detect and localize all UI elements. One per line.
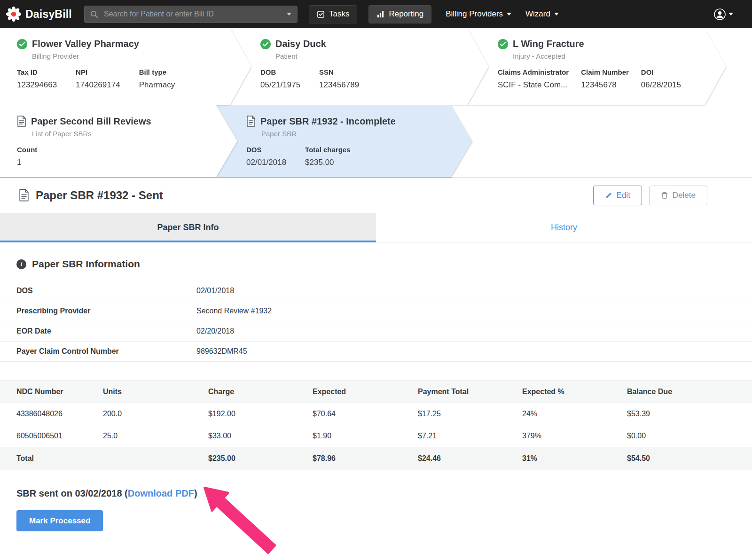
table-cell: $1.90 xyxy=(313,425,418,447)
info-field-row: EOR Date 02/20/2018 xyxy=(0,321,752,342)
table-cell: 379% xyxy=(522,425,627,447)
section-heading-text: Paper SBR Information xyxy=(32,258,140,270)
info-field-value: 02/20/2018 xyxy=(196,327,234,335)
info-field-value: 02/01/2018 xyxy=(196,287,234,295)
download-pdf-link[interactable]: Download PDF xyxy=(128,488,194,498)
breadcrumb-card-billing-provider[interactable]: Flower Valley Pharmacy Billing Provider … xyxy=(0,28,251,105)
billing-providers-label: Billing Providers xyxy=(446,9,503,19)
brand-logo[interactable]: DaisyBill xyxy=(6,6,72,22)
edit-button[interactable]: Edit xyxy=(593,186,642,205)
breadcrumb-card-paper-sbr-list[interactable]: Paper Second Bill Reviews List of Paper … xyxy=(0,105,237,177)
field-label: Total charges xyxy=(305,146,350,154)
table-row: 60505006501 25.0 $33.00 $1.90 $7.21 379%… xyxy=(0,425,752,447)
table-header-row: NDC Number Units Charge Expected Payment… xyxy=(0,381,752,403)
field-label: Tax ID xyxy=(17,68,57,76)
breadcrumb-row-1: Flower Valley Pharmacy Billing Provider … xyxy=(0,28,752,105)
info-field-row: Payer Claim Control Number 989632DMR45 xyxy=(0,342,752,362)
field-label: DOB xyxy=(260,68,300,76)
info-field-value: 989632DMR45 xyxy=(196,347,247,356)
search-input[interactable] xyxy=(103,9,283,19)
card-title: Paper SBR #1932 - Incomplete xyxy=(260,116,396,127)
mark-processed-button[interactable]: Mark Processed xyxy=(16,510,103,531)
field-value: 123456789 xyxy=(319,80,359,90)
info-field-label: Payer Claim Control Number xyxy=(16,347,196,356)
card-title: Paper Second Bill Reviews xyxy=(31,116,151,127)
tab-paper-sbr-info[interactable]: Paper SBR Info xyxy=(0,213,376,242)
reporting-button[interactable]: Reporting xyxy=(368,5,431,23)
field-label: Claims Administrator xyxy=(498,68,569,76)
table-cell xyxy=(103,447,208,470)
info-field-value: Second Review #1932 xyxy=(196,307,272,315)
table-header-cell: Expected % xyxy=(522,381,627,403)
brand-name: DaisyBill xyxy=(25,8,72,21)
document-icon xyxy=(19,189,29,202)
table-cell: $192.00 xyxy=(208,403,313,425)
user-icon xyxy=(713,8,726,21)
table-cell: Total xyxy=(0,447,103,470)
field-label: NPI xyxy=(76,68,120,76)
table-cell: 200.0 xyxy=(103,403,208,425)
breadcrumb-row-2: Paper Second Bill Reviews List of Paper … xyxy=(0,105,752,178)
user-menu[interactable] xyxy=(713,8,733,21)
field-value: 1740269174 xyxy=(76,80,120,90)
table-header-cell: Expected xyxy=(313,381,418,403)
breadcrumb-card-patient[interactable]: Daisy Duck Patient DOB05/21/1975 SSN1234… xyxy=(230,28,489,105)
breadcrumb-card-injury[interactable]: L Wing Fracture Injury - Accepted Claims… xyxy=(468,28,726,105)
table-cell: $33.00 xyxy=(208,425,313,447)
tab-label: Paper SBR Info xyxy=(157,223,219,233)
info-field-label: EOR Date xyxy=(16,327,196,335)
card-title: Daisy Duck xyxy=(275,39,326,49)
field-value: 123294663 xyxy=(17,80,57,90)
delete-button[interactable]: Delete xyxy=(649,186,707,205)
field-value: 06/28/2015 xyxy=(641,80,681,90)
info-field-row: DOS 02/01/2018 xyxy=(0,281,752,301)
field-label: Claim Number xyxy=(581,68,629,76)
field-value: 02/01/2018 xyxy=(246,158,286,167)
breadcrumb-card-paper-sbr-current[interactable]: Paper SBR #1932 - Incomplete Paper SBR D… xyxy=(216,105,472,177)
tasks-label: Tasks xyxy=(329,9,349,19)
search-box xyxy=(84,6,298,23)
table-cell: $7.21 xyxy=(418,425,522,447)
delete-label: Delete xyxy=(673,191,696,200)
wizard-menu[interactable]: Wizard xyxy=(525,9,559,19)
sent-text-prefix: SBR sent on 03/02/2018 ( xyxy=(16,488,128,498)
billing-providers-menu[interactable]: Billing Providers xyxy=(446,9,511,19)
info-field-label: DOS xyxy=(16,287,196,295)
card-subtitle: Billing Provider xyxy=(32,52,245,60)
field-label: SSN xyxy=(319,68,359,76)
table-cell: $54.50 xyxy=(627,447,752,470)
table-cell: $0.00 xyxy=(627,425,752,447)
card-subtitle: Paper SBR xyxy=(261,130,466,138)
table-cell: 31% xyxy=(522,447,627,470)
tab-history[interactable]: History xyxy=(376,213,752,242)
table-cell: $70.64 xyxy=(313,403,418,425)
card-title: L Wing Fracture xyxy=(513,39,584,49)
chevron-down-icon[interactable] xyxy=(287,13,291,16)
field-value: 12345678 xyxy=(581,80,629,90)
table-cell: $53.39 xyxy=(627,403,752,425)
daisy-logo-icon xyxy=(6,6,22,22)
pencil-icon xyxy=(605,192,612,199)
check-circle-icon xyxy=(260,39,271,49)
page-title: Paper SBR #1932 - Sent xyxy=(36,189,163,202)
card-subtitle: List of Paper SBRs xyxy=(32,130,231,138)
field-label: DOS xyxy=(246,146,286,154)
table-header-cell: Payment Total xyxy=(418,381,522,403)
chevron-down-icon xyxy=(507,13,511,16)
card-subtitle: Patient xyxy=(275,52,482,60)
table-cell: $17.25 xyxy=(418,403,522,425)
reporting-label: Reporting xyxy=(389,9,423,19)
sent-text-suffix: ) xyxy=(194,488,197,498)
document-icon xyxy=(17,116,26,127)
info-fields: DOS 02/01/2018 Prescribing Provider Seco… xyxy=(0,281,752,362)
table-header-cell: Balance Due xyxy=(627,381,752,403)
table-cell: 25.0 xyxy=(103,425,208,447)
table-row: 43386048026 200.0 $192.00 $70.64 $17.25 … xyxy=(0,403,752,425)
table-cell: 24% xyxy=(522,403,627,425)
check-circle-icon xyxy=(498,39,508,49)
table-cell: $24.46 xyxy=(418,447,522,470)
reporting-icon xyxy=(376,10,384,18)
table-header-cell: Charge xyxy=(208,381,313,403)
card-title: Flower Valley Pharmacy xyxy=(32,39,139,49)
tasks-button[interactable]: Tasks xyxy=(309,5,357,23)
